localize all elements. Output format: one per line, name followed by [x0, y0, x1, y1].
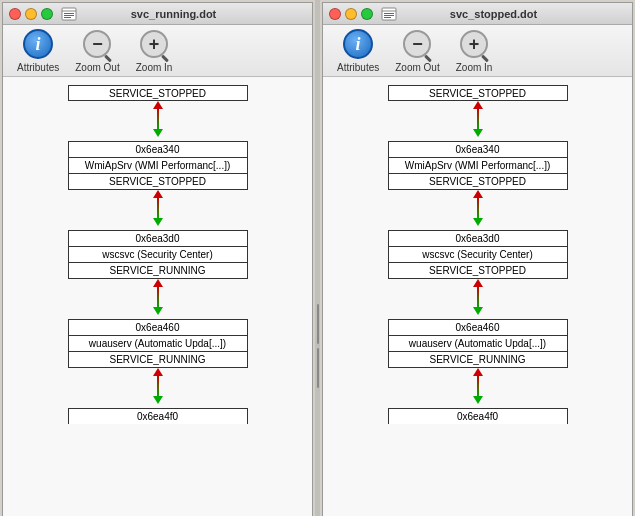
left-node-2: 0x6ea3d0 wscsvc (Security Center) SERVIC… — [68, 230, 248, 279]
panel-separator — [315, 0, 320, 516]
right-node-1-name: WmiApSrv (WMI Performanc[...]) — [389, 158, 567, 174]
right-zoom-in-button[interactable]: + Zoom In — [450, 25, 499, 76]
left-node-1-name: WmiApSrv (WMI Performanc[...]) — [69, 158, 247, 174]
right-node-1-status: SERVICE_STOPPED — [389, 174, 567, 189]
right-window-icon — [381, 6, 397, 22]
left-attributes-button[interactable]: i Attributes — [11, 25, 65, 76]
right-graph-content: SERVICE_STOPPED 0x6ea340 WmiApSrv (WMI P… — [323, 77, 632, 516]
right-minimize-button[interactable] — [345, 8, 357, 20]
right-node-2: 0x6ea3d0 wscsvc (Security Center) SERVIC… — [388, 230, 568, 279]
svg-rect-7 — [384, 13, 394, 14]
left-arrow-2-down — [153, 218, 163, 226]
scroll-grip — [317, 304, 319, 344]
right-node-1: 0x6ea340 WmiApSrv (WMI Performanc[...]) … — [388, 141, 568, 190]
left-node-3-status: SERVICE_RUNNING — [69, 352, 247, 367]
left-node-top-partial: SERVICE_STOPPED — [68, 85, 248, 101]
right-traffic-lights — [329, 8, 373, 20]
right-arrow-2 — [473, 190, 483, 230]
right-node-3-status: SERVICE_RUNNING — [389, 352, 567, 367]
right-title-bar: svc_stopped.dot — [323, 3, 632, 25]
right-arrow-1-up — [473, 101, 483, 109]
right-arrow-4-up — [473, 368, 483, 376]
left-arrow-1-down — [153, 129, 163, 137]
right-node-1-addr: 0x6ea340 — [389, 142, 567, 158]
left-close-button[interactable] — [9, 8, 21, 20]
right-attributes-button[interactable]: i Attributes — [331, 25, 385, 76]
right-arrow-3-up — [473, 279, 483, 287]
left-node-2-status: SERVICE_RUNNING — [69, 263, 247, 278]
left-arrow-4 — [153, 368, 163, 408]
right-zoom-out-button[interactable]: − Zoom Out — [389, 25, 445, 76]
left-node-4-partial: 0x6ea4f0 — [68, 408, 248, 424]
left-arrow-4-up — [153, 368, 163, 376]
left-node-2-addr: 0x6ea3d0 — [69, 231, 247, 247]
left-node-4-addr: 0x6ea4f0 — [69, 409, 247, 424]
left-graph-scroll[interactable]: SERVICE_STOPPED 0x6ea340 WmiApSrv (WMI P… — [3, 77, 312, 516]
right-attributes-label: Attributes — [337, 62, 379, 73]
left-node-1-status: SERVICE_STOPPED — [69, 174, 247, 189]
right-node-3: 0x6ea460 wuauserv (Automatic Upda[...]) … — [388, 319, 568, 368]
left-info-icon: i — [23, 29, 53, 59]
left-arrow-3-down — [153, 307, 163, 315]
left-maximize-button[interactable] — [41, 8, 53, 20]
left-arrow-2 — [153, 190, 163, 230]
right-window-title: svc_stopped.dot — [401, 8, 586, 20]
right-node-4-partial: 0x6ea4f0 — [388, 408, 568, 424]
left-zoom-in-icon: + — [140, 30, 168, 58]
left-node-1: 0x6ea340 WmiApSrv (WMI Performanc[...]) … — [68, 141, 248, 190]
left-traffic-lights — [9, 8, 53, 20]
right-arrow-1-down — [473, 129, 483, 137]
svg-rect-4 — [64, 17, 71, 18]
right-info-icon: i — [343, 29, 373, 59]
right-graph-scroll[interactable]: SERVICE_STOPPED 0x6ea340 WmiApSrv (WMI P… — [323, 77, 632, 516]
svg-rect-9 — [384, 17, 391, 18]
left-arrow-3 — [153, 279, 163, 319]
left-zoom-out-icon: − — [83, 30, 111, 58]
right-maximize-button[interactable] — [361, 8, 373, 20]
left-arrow-2-up — [153, 190, 163, 198]
right-window: svc_stopped.dot i Attributes − Zoom Out … — [322, 2, 633, 516]
right-arrow-2-down — [473, 218, 483, 226]
left-zoom-in-button[interactable]: + Zoom In — [130, 25, 179, 76]
left-zoom-out-button[interactable]: − Zoom Out — [69, 25, 125, 76]
right-arrow-2-up — [473, 190, 483, 198]
left-window: svc_running.dot i Attributes − Zoom Out … — [2, 2, 313, 516]
left-window-title: svc_running.dot — [81, 8, 266, 20]
left-title-bar: svc_running.dot — [3, 3, 312, 25]
right-node-2-addr: 0x6ea3d0 — [389, 231, 567, 247]
right-zoom-out-icon: − — [403, 30, 431, 58]
right-node-2-status: SERVICE_STOPPED — [389, 263, 567, 278]
left-toolbar: i Attributes − Zoom Out + Zoom In — [3, 25, 312, 77]
right-arrow-3-down — [473, 307, 483, 315]
right-toolbar: i Attributes − Zoom Out + Zoom In — [323, 25, 632, 77]
left-window-icon — [61, 6, 77, 22]
right-zoom-in-icon: + — [460, 30, 488, 58]
left-minimize-button[interactable] — [25, 8, 37, 20]
right-node-2-name: wscsvc (Security Center) — [389, 247, 567, 263]
right-zoom-out-label: Zoom Out — [395, 62, 439, 73]
right-zoom-in-label: Zoom In — [456, 62, 493, 73]
left-node-3-addr: 0x6ea460 — [69, 320, 247, 336]
left-node-3: 0x6ea460 wuauserv (Automatic Upda[...]) … — [68, 319, 248, 368]
right-node-4-addr: 0x6ea4f0 — [389, 409, 567, 424]
right-arrow-1 — [473, 101, 483, 141]
right-close-button[interactable] — [329, 8, 341, 20]
right-arrow-4 — [473, 368, 483, 408]
left-zoom-in-label: Zoom In — [136, 62, 173, 73]
windows-container: svc_running.dot i Attributes − Zoom Out … — [0, 0, 635, 516]
left-zoom-out-label: Zoom Out — [75, 62, 119, 73]
right-node-3-addr: 0x6ea460 — [389, 320, 567, 336]
left-arrow-1 — [153, 101, 163, 141]
left-arrow-4-down — [153, 396, 163, 404]
svg-rect-8 — [384, 15, 394, 16]
svg-rect-3 — [64, 15, 74, 16]
svg-rect-2 — [64, 13, 74, 14]
right-arrow-4-down — [473, 396, 483, 404]
left-arrow-3-up — [153, 279, 163, 287]
right-node-top-partial: SERVICE_STOPPED — [388, 85, 568, 101]
left-node-3-name: wuauserv (Automatic Upda[...]) — [69, 336, 247, 352]
left-attributes-label: Attributes — [17, 62, 59, 73]
right-arrow-3 — [473, 279, 483, 319]
scroll-grip-2 — [317, 348, 319, 388]
left-graph-content: SERVICE_STOPPED 0x6ea340 WmiApSrv (WMI P… — [3, 77, 312, 516]
